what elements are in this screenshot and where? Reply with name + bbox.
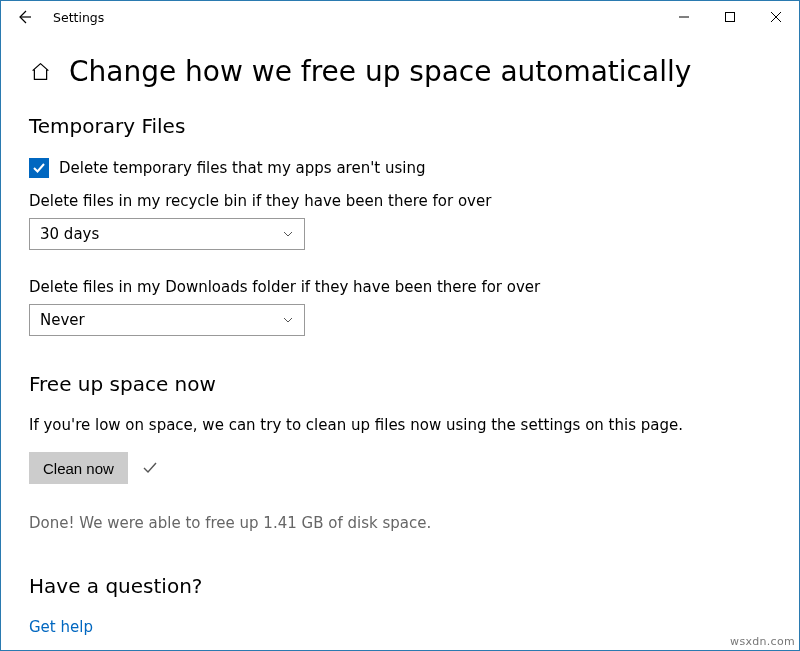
- delete-temp-checkbox-label: Delete temporary files that my apps aren…: [59, 159, 425, 177]
- downloads-select[interactable]: Never: [29, 304, 305, 336]
- home-icon[interactable]: [29, 61, 51, 83]
- page-title: Change how we free up space automaticall…: [69, 55, 691, 88]
- page-header: Change how we free up space automaticall…: [29, 55, 771, 88]
- titlebar: Settings: [1, 1, 799, 33]
- clean-status: Done! We were able to free up 1.41 GB of…: [29, 514, 771, 532]
- app-title: Settings: [53, 10, 104, 25]
- get-help-link[interactable]: Get help: [29, 618, 771, 636]
- free-desc: If you're low on space, we can try to cl…: [29, 416, 771, 434]
- section-heading-question: Have a question?: [29, 574, 771, 598]
- checkmark-icon: [142, 460, 158, 476]
- clean-button-row: Clean now: [29, 452, 771, 484]
- maximize-button[interactable]: [707, 1, 753, 33]
- delete-temp-checkbox-row[interactable]: Delete temporary files that my apps aren…: [29, 158, 771, 178]
- section-heading-temp: Temporary Files: [29, 114, 771, 138]
- minimize-button[interactable]: [661, 1, 707, 33]
- watermark: wsxdn.com: [730, 635, 795, 648]
- recycle-bin-label: Delete files in my recycle bin if they h…: [29, 192, 771, 210]
- chevron-down-icon: [282, 228, 294, 240]
- section-heading-free: Free up space now: [29, 372, 771, 396]
- svg-rect-2: [726, 13, 735, 22]
- clean-now-button[interactable]: Clean now: [29, 452, 128, 484]
- downloads-label: Delete files in my Downloads folder if t…: [29, 278, 771, 296]
- content-area: Change how we free up space automaticall…: [1, 33, 799, 636]
- back-button[interactable]: [15, 8, 33, 26]
- recycle-bin-select-value: 30 days: [40, 225, 99, 243]
- chevron-down-icon: [282, 314, 294, 326]
- checkbox-checked-icon[interactable]: [29, 158, 49, 178]
- recycle-bin-select[interactable]: 30 days: [29, 218, 305, 250]
- window-controls: [661, 1, 799, 33]
- close-button[interactable]: [753, 1, 799, 33]
- downloads-select-value: Never: [40, 311, 85, 329]
